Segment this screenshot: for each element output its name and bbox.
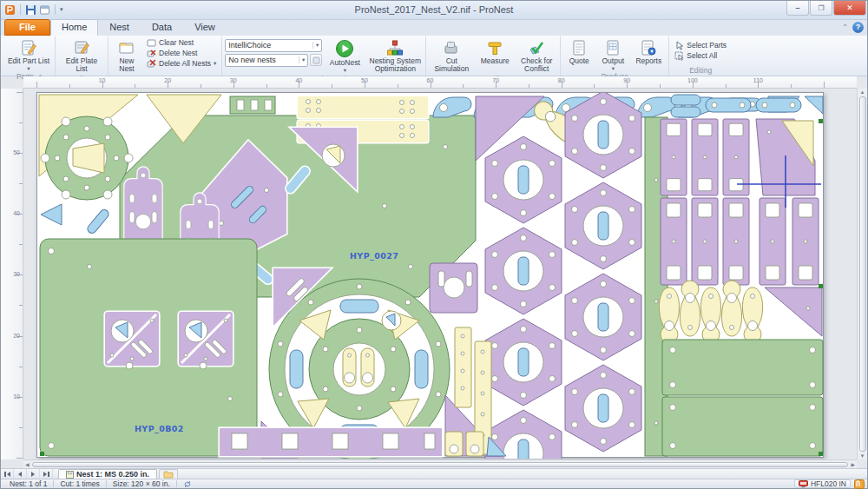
nesting-system-optimization-icon: [386, 39, 404, 56]
new-nest-tab-icon: [163, 471, 174, 479]
machine-name: HFL020 IN: [811, 479, 846, 488]
measure-button[interactable]: Measure: [476, 37, 514, 66]
previous-nest-button[interactable]: [14, 469, 27, 479]
quote-button[interactable]: Quote: [563, 37, 595, 66]
file-menu-button[interactable]: File: [4, 19, 50, 36]
horizontal-scroll-thumb[interactable]: [32, 462, 849, 467]
select-parts-button[interactable]: Select Parts: [672, 41, 729, 50]
group-plates: Edit Plate List▾ Plates: [56, 36, 108, 76]
machine-icon: [799, 480, 808, 488]
tab-data[interactable]: Data: [141, 19, 183, 36]
restore-button[interactable]: [810, 1, 832, 16]
status-bar: Nest: 1 of 1 Cut: 1 times Size: 120 × 60…: [1, 479, 867, 488]
check-for-conflict-button[interactable]: Check for Conflict: [516, 37, 557, 75]
scroll-down-icon[interactable]: ▼: [858, 453, 867, 459]
ribbon-utilities: [842, 22, 864, 33]
cut-simulation-button[interactable]: Cut Simulation: [429, 37, 474, 75]
reports-icon: [640, 39, 657, 56]
delete-all-nests-button[interactable]: Delete All Nests▾: [144, 59, 219, 69]
vertical-scroll-thumb[interactable]: [859, 96, 866, 452]
nest-tab-bar: Nest 1: MS 0.250 in.: [1, 468, 867, 479]
autonest-play-icon: [335, 39, 354, 58]
edit-part-list-button[interactable]: Edit Part List▾: [5, 37, 52, 72]
horizontal-scrollbar[interactable]: ◀ ▶: [23, 459, 857, 468]
group-nests: New Nest Clear Nest Delete Nest Delete A…: [108, 36, 222, 76]
autonest-button[interactable]: AutoNest▾: [324, 37, 365, 74]
status-nest-count: Nest: 1 of 1: [3, 479, 53, 488]
edit-plate-list-icon: [73, 39, 90, 56]
ribbon: Edit Part List▾ Parts◢ Edit Plate List▾ …: [1, 36, 867, 76]
nest-label-hyp0b02: HYP_0B02: [135, 424, 184, 433]
qat-dropdown-icon[interactable]: ▾: [60, 6, 63, 13]
sync-icon: [183, 480, 192, 488]
vertical-scrollbar[interactable]: ▲ ▼: [857, 89, 867, 459]
select-parts-cursor-icon: [674, 41, 684, 50]
last-nest-button[interactable]: [40, 469, 53, 479]
scroll-right-icon[interactable]: ▶: [849, 460, 857, 468]
window-title: ProNest_2017_Nest_V2.nif - ProNest: [1, 4, 867, 15]
output-icon: [604, 39, 621, 56]
select-all-icon: [674, 51, 684, 61]
help-icon[interactable]: [852, 22, 864, 33]
nest-tab-active[interactable]: Nest 1: MS 0.250 in.: [58, 469, 157, 479]
scroll-up-icon[interactable]: ▲: [858, 89, 867, 96]
ribbon-tab-row: File Home Nest Data View: [1, 20, 867, 36]
pronest-logo-icon[interactable]: [4, 4, 16, 16]
status-plate-size: Size: 120 × 60 in.: [107, 479, 176, 488]
delete-nest-icon: [147, 49, 156, 58]
pronest-window: ▾ ProNest_2017_Nest_V2.nif - ProNest Fil…: [0, 0, 868, 489]
chevron-down-icon: ▾: [299, 56, 305, 63]
output-button[interactable]: Output▾: [596, 37, 629, 72]
nesting-system-optimization-button[interactable]: Nesting System Optimization: [367, 37, 423, 75]
new-nest-icon: [118, 39, 135, 56]
plate[interactable]: HYP_0027 HYP_0B02: [36, 92, 824, 458]
group-parts: Edit Part List▾ Parts◢: [3, 36, 56, 76]
refresh-status-button[interactable]: [177, 480, 198, 488]
export-icon[interactable]: [39, 4, 50, 16]
edit-part-list-icon: [20, 39, 37, 56]
group-verify: Cut Simulation Measure Check for Conflic…: [426, 36, 561, 76]
chevron-down-icon: ▾: [312, 42, 319, 49]
save-icon[interactable]: [25, 4, 36, 16]
horizontal-ruler: 102030405060708090100110: [23, 76, 857, 89]
measure-icon: [486, 39, 503, 56]
first-nest-button[interactable]: [1, 469, 14, 479]
minimize-button[interactable]: [786, 1, 809, 16]
reports-button[interactable]: Reports: [631, 37, 666, 66]
tab-nest[interactable]: Nest: [98, 19, 141, 36]
nest-label-hyp0027: HYP_0027: [350, 251, 398, 261]
tab-home[interactable]: Home: [50, 19, 98, 36]
nesting-settings-button[interactable]: [310, 54, 322, 66]
delete-nest-button[interactable]: Delete Nest: [144, 49, 219, 58]
nest-drawing: HYP_0027 HYP_0B02: [37, 93, 825, 459]
window-controls: [786, 1, 867, 19]
nesting-mode-combobox[interactable]: No new nests▾: [225, 54, 308, 67]
strategy-combobox[interactable]: IntelliChoice▾: [225, 39, 322, 52]
vertical-ruler: 5040302010: [1, 89, 23, 459]
nest-thumbnail-icon: [66, 471, 74, 479]
new-nest-button[interactable]: New Nest: [111, 37, 142, 75]
edit-plate-list-button[interactable]: Edit Plate List▾: [58, 37, 105, 81]
close-button[interactable]: [833, 1, 866, 16]
settings-mini-icon: [312, 56, 320, 64]
select-all-button[interactable]: Select All: [672, 51, 729, 61]
dropdown-arrow-icon: ▾: [27, 65, 30, 71]
new-nest-tab-button[interactable]: [159, 469, 178, 479]
divider: [20, 4, 21, 15]
nest-canvas[interactable]: HYP_0027 HYP_0B02: [23, 89, 857, 459]
quote-icon: [570, 39, 588, 56]
collapse-ribbon-icon[interactable]: [842, 23, 848, 31]
divider: [55, 4, 56, 15]
group-produce: Quote Output▾ Reports Produce: [561, 36, 669, 76]
dropdown-arrow-icon: ▾: [344, 67, 346, 73]
cut-simulation-icon: [443, 39, 460, 56]
delete-all-nests-icon: [147, 59, 156, 69]
next-nest-button[interactable]: [27, 469, 40, 479]
clear-nest-button[interactable]: Clear Nest: [144, 38, 219, 48]
title-bar: ▾ ProNest_2017_Nest_V2.nif - ProNest: [1, 1, 867, 20]
tab-view[interactable]: View: [183, 19, 227, 36]
status-cut-times: Cut: 1 times: [54, 479, 105, 488]
scroll-left-icon[interactable]: ◀: [23, 460, 31, 468]
pronest-tray-icon[interactable]: [854, 479, 865, 489]
machine-selector-button[interactable]: HFL020 IN: [794, 479, 851, 488]
